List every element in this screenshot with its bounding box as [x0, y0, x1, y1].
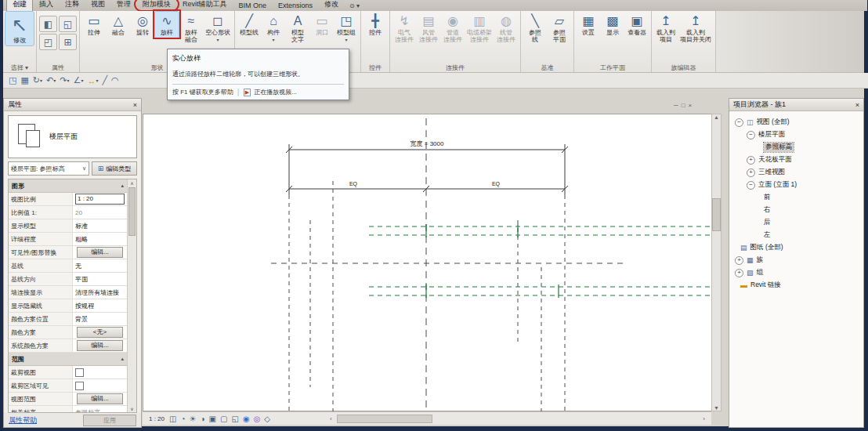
expand-icon[interactable]: +	[735, 269, 743, 277]
view-filter-dropdown[interactable]: 楼层平面: 参照标高 ∨	[8, 161, 89, 176]
crop-view-icon[interactable]: ▢	[220, 415, 227, 423]
reveal-hidden-elements-icon[interactable]: ◎	[254, 415, 261, 423]
tab-manage[interactable]: 管理	[111, 0, 136, 11]
property-edit-button[interactable]: 编辑...	[77, 340, 123, 351]
tab-view[interactable]: 视图	[85, 0, 110, 11]
tree-item[interactable]: −楼层平面	[732, 129, 861, 141]
conduit-connector-button[interactable]: ◍线管 连接件	[494, 12, 518, 45]
tree-item[interactable]: ▬Revit 链接	[732, 279, 861, 292]
tree-item[interactable]: 前	[732, 191, 861, 204]
tree-item[interactable]: 后	[732, 216, 861, 229]
load-into-project-button[interactable]: ↥载入到 项目	[654, 12, 678, 45]
swept-blend-button[interactable]: ≈放样 融合	[179, 12, 203, 45]
type-properties-button[interactable]: ⊞	[59, 34, 77, 50]
property-value[interactable]	[73, 382, 127, 390]
crop-region-visible-icon[interactable]: ◱	[231, 415, 238, 423]
property-value[interactable]: 标准	[73, 222, 127, 230]
property-value[interactable]: 编辑...	[73, 340, 127, 351]
void-forms-button[interactable]: ◻空心形状▾	[204, 12, 232, 43]
hscroll-right-arrow-icon[interactable]: ›	[703, 415, 705, 422]
family-types-button[interactable]: ◰	[39, 34, 57, 50]
drawing-area[interactable]: 宽度 = 3000 EQ EQ	[143, 114, 711, 411]
property-value-field[interactable]: 1 : 20	[75, 194, 125, 205]
properties-button[interactable]: ◧	[39, 16, 57, 32]
properties-scrollbar[interactable]: ∧ ∨	[127, 179, 136, 412]
reference-line-button[interactable]: ╲参照 线	[523, 12, 547, 45]
revolve-button[interactable]: ◎旋转	[131, 12, 154, 38]
undo-button[interactable]: ↶▾	[46, 75, 56, 85]
expand-icon[interactable]: +	[747, 156, 755, 165]
aligned-dimension-button[interactable]: ↔▾	[87, 76, 98, 85]
section-pin-icon[interactable]: ▴	[121, 183, 124, 189]
tree-item[interactable]: +三维视图	[732, 166, 861, 179]
properties-help-link[interactable]: 属性帮助	[9, 415, 37, 426]
apply-button[interactable]: 应用	[83, 415, 136, 426]
tree-item[interactable]: 左	[732, 229, 861, 241]
scroll-up-arrow-icon[interactable]: ▲	[714, 114, 719, 120]
component-button[interactable]: ⌂构件▾	[262, 12, 285, 43]
tab-create[interactable]: 创建	[6, 0, 33, 11]
opening-button[interactable]: ▭洞口	[310, 12, 334, 38]
collapse-icon[interactable]: −	[735, 118, 743, 127]
property-value[interactable]	[73, 368, 127, 377]
redo-button[interactable]: ↷▾	[60, 75, 69, 85]
pipe-connector-button[interactable]: ◉管道 连接件	[441, 12, 465, 45]
tab-extensions[interactable]: Extensions	[273, 1, 318, 11]
electrical-connector-button[interactable]: ↯电气 连接件	[392, 12, 416, 45]
model-group-button[interactable]: ◳模型组▾	[335, 12, 358, 43]
view-scale-button[interactable]: 1 : 20	[149, 415, 165, 422]
tree-item[interactable]: 参照标高	[732, 141, 861, 154]
tab-insert[interactable]: 插入	[34, 0, 59, 11]
collapse-icon[interactable]: −	[747, 131, 755, 139]
property-value[interactable]: 清理所有墙连接	[73, 288, 127, 297]
tab-bim-one[interactable]: BIM One	[233, 1, 273, 11]
minimize-icon[interactable]: ─	[674, 102, 678, 109]
tree-item[interactable]: −◫视图 (全部)	[732, 116, 861, 129]
detail-level-icon[interactable]: ◫	[169, 415, 176, 423]
modify-button[interactable]: ↖修改	[5, 12, 34, 45]
property-value[interactable]: <无>	[73, 327, 127, 338]
sun-path-icon[interactable]: ☀	[190, 415, 197, 423]
extrusion-button[interactable]: ▭拉伸	[82, 12, 106, 38]
scroll-down-arrow-icon[interactable]: ▼	[714, 405, 719, 411]
property-value[interactable]: 按规程	[73, 302, 127, 310]
property-checkbox[interactable]	[75, 368, 84, 377]
temporary-view-properties-icon[interactable]: ◇	[264, 415, 270, 423]
property-value[interactable]: 粗略	[73, 235, 127, 244]
sweep-button[interactable]: ∿放样	[155, 12, 179, 38]
expand-icon[interactable]: +	[747, 168, 755, 177]
scrollbar-thumb[interactable]	[128, 187, 136, 236]
edit-type-button[interactable]: ⊞ 编辑类型	[92, 161, 137, 176]
property-value[interactable]: 编辑...	[73, 393, 127, 404]
property-value[interactable]: 平面	[73, 275, 127, 284]
type-selector[interactable]: 楼层平面	[8, 115, 137, 158]
cable-tray-connector-button[interactable]: ▥电缆桥架 连接件	[465, 12, 494, 45]
overall-dimension-label[interactable]: 宽度 = 3000	[410, 140, 444, 147]
property-edit-button[interactable]: <无>	[77, 327, 123, 338]
horizontal-scrollbar-thumb[interactable]	[337, 415, 432, 423]
tree-item[interactable]: +▦族	[732, 254, 861, 266]
property-edit-button[interactable]: 编辑...	[77, 393, 123, 404]
tree-item[interactable]: ▤图纸 (全部)	[732, 241, 861, 254]
family-category-parameters-button[interactable]: ◱	[59, 16, 77, 32]
property-value[interactable]: 无	[73, 262, 127, 270]
tab-revit-helper-tools[interactable]: Revit辅助工具	[177, 0, 233, 11]
tree-item[interactable]: +天花板平面	[732, 154, 861, 166]
open-button[interactable]: ◳	[9, 75, 16, 85]
project-browser-close-icon[interactable]: ×	[855, 101, 859, 109]
properties-close-icon[interactable]: ×	[133, 101, 137, 109]
property-value[interactable]: 1 : 20	[73, 194, 127, 205]
property-value[interactable]: 背景	[73, 315, 127, 324]
visual-style-icon[interactable]: ◔	[180, 415, 185, 423]
property-value[interactable]: 编辑...	[73, 247, 127, 258]
hscroll-left-arrow-icon[interactable]: ‹	[330, 415, 332, 422]
sync-button[interactable]: ↻▾	[33, 75, 42, 85]
show-work-plane-button[interactable]: ▩显示	[601, 12, 624, 38]
viewer-button[interactable]: ▣查看器	[625, 12, 649, 38]
detail-arc-button[interactable]: ◠	[111, 75, 119, 85]
eq-label-left[interactable]: EQ	[349, 181, 358, 187]
measure-button[interactable]: ∠▾	[74, 75, 84, 85]
blend-button[interactable]: △融合	[107, 12, 130, 38]
scroll-up-icon[interactable]: ∧	[130, 180, 133, 186]
shadows-icon[interactable]: ◑	[200, 415, 204, 423]
